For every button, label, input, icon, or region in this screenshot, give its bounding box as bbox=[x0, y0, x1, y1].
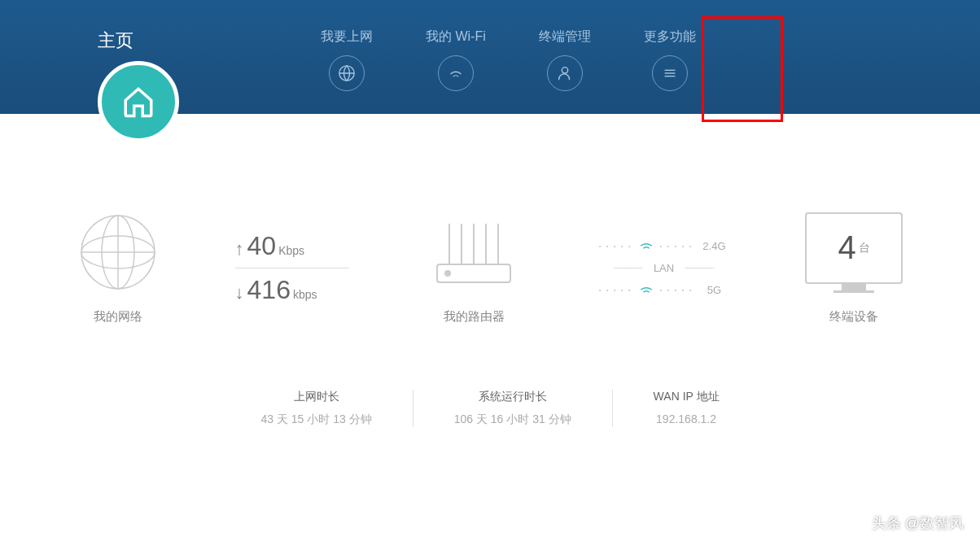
user-icon bbox=[547, 55, 583, 91]
globe-icon bbox=[329, 55, 365, 91]
device-label: 终端设备 bbox=[829, 309, 878, 325]
nav-wifi-label: 我的 Wi-Fi bbox=[426, 28, 486, 46]
nav-internet[interactable]: 我要上网 bbox=[321, 28, 373, 91]
router-card[interactable]: 我的路由器 bbox=[425, 212, 523, 325]
menu-icon bbox=[652, 55, 688, 91]
monitor-icon: 4 台 bbox=[805, 212, 903, 284]
bands-card[interactable]: • • • • • • • • • • 2.4G ───── LAN ─────… bbox=[599, 240, 729, 296]
nav-devices[interactable]: 终端管理 bbox=[539, 28, 591, 91]
uptime-title: 上网时长 bbox=[260, 390, 371, 404]
watermark-text: 头条 @数智风 bbox=[872, 513, 964, 533]
highlight-annotation bbox=[702, 16, 783, 122]
device-count: 4 bbox=[838, 229, 855, 266]
nav-more-label: 更多功能 bbox=[644, 28, 696, 46]
wifi-icon bbox=[438, 55, 474, 91]
main-content: 我的网络 ↑ 40 Kbps ↓ 416 kbps 我的路 bbox=[0, 114, 980, 541]
down-arrow-icon: ↓ bbox=[235, 282, 244, 303]
runtime-title: 系统运行时长 bbox=[454, 390, 571, 404]
svg-point-1 bbox=[562, 68, 567, 73]
stats-bar: 上网时长 43 天 15 小时 13 分钟 系统运行时长 106 天 16 小时… bbox=[77, 390, 903, 427]
runtime-value: 106 天 16 小时 31 分钟 bbox=[454, 412, 571, 427]
wanip-value: 192.168.1.2 bbox=[654, 412, 720, 425]
upload-value: 40 bbox=[247, 231, 277, 261]
nav-more[interactable]: 更多功能 bbox=[644, 28, 696, 91]
network-globe-icon bbox=[77, 212, 159, 293]
stat-uptime: 上网时长 43 天 15 小时 13 分钟 bbox=[220, 390, 412, 427]
download-value: 416 bbox=[247, 275, 291, 305]
stat-runtime: 系统运行时长 106 天 16 小时 31 分钟 bbox=[413, 390, 612, 427]
device-card[interactable]: 4 台 终端设备 bbox=[805, 212, 903, 325]
uptime-value: 43 天 15 小时 13 分钟 bbox=[260, 412, 371, 427]
upload-unit: Kbps bbox=[278, 244, 304, 257]
up-arrow-icon: ↑ bbox=[235, 238, 244, 260]
network-card[interactable]: 我的网络 bbox=[77, 212, 159, 325]
dashboard-cards: 我的网络 ↑ 40 Kbps ↓ 416 kbps 我的路 bbox=[77, 212, 903, 325]
nav-wifi[interactable]: 我的 Wi-Fi bbox=[426, 28, 486, 91]
nav-internet-label: 我要上网 bbox=[321, 28, 373, 46]
download-speed: ↓ 416 kbps bbox=[235, 268, 349, 312]
nav-home[interactable]: 主页 bbox=[98, 28, 133, 65]
svg-point-16 bbox=[445, 271, 450, 276]
router-icon bbox=[425, 212, 523, 293]
wifi-signal-icon bbox=[639, 241, 654, 252]
band-lan: ───── LAN ───── bbox=[614, 262, 714, 274]
stat-wanip: WAN IP 地址 192.168.1.2 bbox=[612, 390, 760, 427]
router-label: 我的路由器 bbox=[444, 309, 505, 325]
band-5g: • • • • • • • • • • 5G bbox=[599, 284, 729, 296]
upload-speed: ↑ 40 Kbps bbox=[235, 225, 349, 268]
nav-home-label: 主页 bbox=[98, 28, 133, 53]
home-icon bbox=[121, 85, 155, 119]
speed-card[interactable]: ↑ 40 Kbps ↓ 416 kbps bbox=[235, 225, 349, 312]
band-24g: • • • • • • • • • • 2.4G bbox=[599, 240, 729, 252]
device-unit: 台 bbox=[859, 241, 870, 255]
home-icon-circle[interactable] bbox=[98, 61, 179, 142]
wanip-title: WAN IP 地址 bbox=[654, 390, 720, 404]
wifi-signal-icon bbox=[639, 285, 654, 296]
download-unit: kbps bbox=[293, 288, 317, 301]
header-nav: 主页 我要上网 我的 Wi-Fi 终端管理 更多功能 bbox=[0, 0, 980, 114]
nav-devices-label: 终端管理 bbox=[539, 28, 591, 46]
network-label: 我的网络 bbox=[94, 309, 142, 325]
